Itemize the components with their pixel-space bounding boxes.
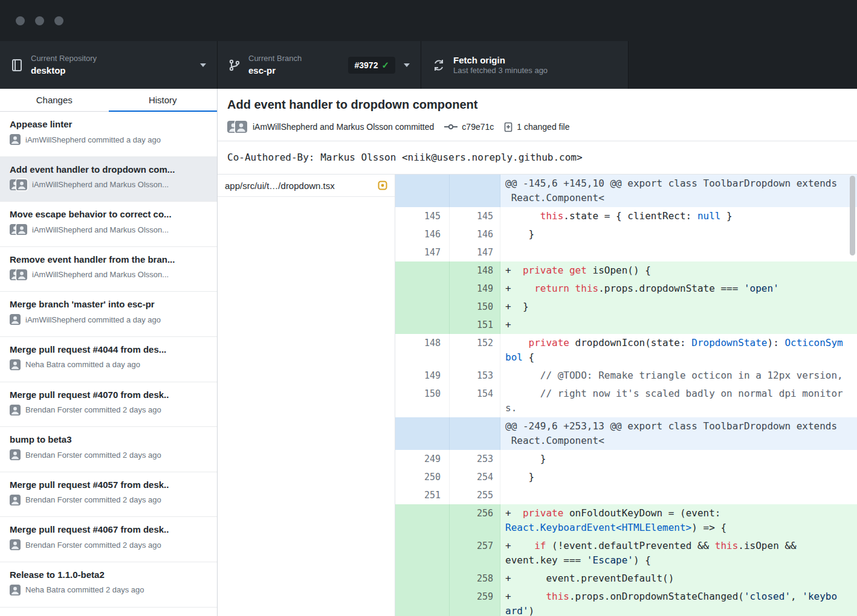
commit-item[interactable]: Add event handler to dropdown com... iAm… [0,157,217,202]
commit-item[interactable]: Move escape behavior to correct co... iA… [0,202,217,247]
commit-meta: Neha Batra committed a day ago [10,359,209,370]
commit-avatars [227,121,247,133]
avatar-stack [10,314,21,325]
toolbar-repository-button[interactable]: Current Repository desktop [0,41,218,89]
diff-line: 257+ if (!event.defaultPrevented && this… [395,537,857,569]
repository-name: desktop [31,65,97,76]
commit-title-heading: Add event handler to dropdown component [227,97,847,112]
avatar [16,179,27,190]
commit-meta: iAmWillShepherd committed a day ago [10,314,209,325]
commit-item[interactable]: Release to 1.1.0-beta2 Neha Batra commit… [0,562,217,608]
commit-description: Co-Authored-By: Markus Olsson <niik@user… [218,141,857,175]
diff-rows: @@ -145,6 +145,10 @@ export class Toolba… [395,175,857,616]
toolbar-branch-button[interactable]: Current Branch esc-pr #3972 ✓ [218,41,421,89]
diff-line: 259+ this.props.onDropdownStateChanged('… [395,588,857,616]
avatar [10,585,21,595]
commit-meta-text: Neha Batra committed 2 days ago [25,585,144,594]
commit-meta: iAmWillShepherd and Markus Olsson... [10,179,209,190]
pr-status-badge: #3972 ✓ [348,57,395,74]
commit-meta-text: iAmWillShepherd committed a day ago [25,315,161,324]
diff-line: 256+ private onFoldoutKeyDown = (event: … [395,504,857,537]
commit-title: Merge pull request #4044 from des... [10,344,209,355]
avatar-stack [10,495,21,505]
diff-line: 145145 this.state = { clientRect: null } [395,207,857,225]
commit-detail: Add event handler to dropdown component … [218,89,857,616]
changed-file-icon [503,122,513,132]
changed-files-label: 1 changed file [517,122,569,132]
commit-item[interactable]: Appease linter iAmWillShepherd committed… [0,112,217,157]
avatar-stack [10,359,21,370]
commit-title: Remove event handler from the bran... [10,254,209,265]
avatar [10,134,21,145]
commit-meta-row: iAmWillShepherd and Markus Olsson commit… [227,118,847,136]
diff-line: 147147 [395,243,857,261]
commit-meta: Brendan Forster committed 2 days ago [10,539,209,550]
zoom-button[interactable] [54,16,63,25]
chevron-down-icon [200,63,206,67]
diff-line: 149153 // @TODO: Remake triangle octicon… [395,367,857,385]
avatar [235,121,247,133]
commit-meta-text: Brendan Forster committed 2 days ago [25,451,161,460]
commit-item[interactable]: Merge pull request #4044 from des... Neh… [0,337,217,382]
modified-status-icon [378,181,387,190]
diff-line: 251255 [395,486,857,504]
committers-label: iAmWillShepherd and Markus Olsson commit… [253,122,434,132]
minimize-button[interactable] [35,16,44,25]
avatar [16,269,27,280]
commit-meta-text: Neha Batra committed a day ago [25,360,140,369]
scrollbar-thumb[interactable] [850,176,855,255]
commit-summary-header: Add event handler to dropdown component … [218,89,857,141]
file-path: app/src/ui/t…/dropdown.tsx [225,181,335,191]
diff-line: 146146 } [395,225,857,243]
diff-line: 250254 } [395,468,857,486]
ci-check-icon: ✓ [381,60,389,71]
avatar-stack [10,405,21,415]
commit-item[interactable]: bump to beta3 Brendan Forster committed … [0,427,217,472]
toolbar-fetch-button[interactable]: Fetch origin Last fetched 3 minutes ago [421,41,629,89]
commit-meta-text: iAmWillShepherd and Markus Olsson... [32,270,169,279]
toolbar-spacer [629,41,857,89]
diff-line: 148+ private get isOpen() { [395,261,857,280]
avatar-stack [10,179,27,190]
avatar-stack [10,585,21,595]
diff-line: 249253 } [395,450,857,468]
diff-line: 151+ [395,316,857,334]
avatar [16,224,27,235]
sidebar-tabs: Changes History [0,89,217,112]
commit-item[interactable]: Merge pull request #4067 from desk.. Bre… [0,517,217,562]
close-button[interactable] [16,16,25,25]
commit-meta: iAmWillShepherd and Markus Olsson... [10,224,209,235]
fetch-origin-label: Fetch origin [453,54,548,66]
commit-title: Merge branch 'master' into esc-pr [10,299,209,309]
avatar [10,449,21,460]
toolbar: Current Repository desktop Current Branc… [0,41,857,89]
avatar [10,495,21,505]
diff-view: @@ -145,6 +145,10 @@ export class Toolba… [395,175,857,616]
commit-title: Merge pull request #4067 from desk.. [10,524,209,534]
tab-changes[interactable]: Changes [0,89,109,112]
diff-line: 150154 // right now it's scaled badly on… [395,385,857,417]
avatar [10,405,21,415]
avatar [10,359,21,370]
commit-title: Merge pull request #4057 from desk.. [10,480,209,490]
avatar-stack [10,449,21,460]
commit-meta-text: iAmWillShepherd and Markus Olsson... [32,180,169,189]
commit-meta: Brendan Forster committed 2 days ago [10,449,209,460]
diff-line: 148152 private dropdownIcon(state: Dropd… [395,334,857,367]
commit-item[interactable]: Merge pull request #4070 from desk.. Bre… [0,382,217,428]
sync-icon [432,59,445,72]
diff-line: 149+ return this.props.dropdownState ===… [395,280,857,298]
commit-item[interactable]: Merge branch 'master' into esc-pr iAmWil… [0,292,217,337]
commit-item[interactable]: Merge pull request #4057 from desk.. Bre… [0,472,217,518]
commit-item[interactable]: Merge pull request #4072 from des... [0,608,217,616]
commit-item[interactable]: Remove event handler from the bran... iA… [0,247,217,292]
file-item[interactable]: app/src/ui/t…/dropdown.tsx [218,175,395,197]
tab-history[interactable]: History [109,89,218,112]
commit-title: Move escape behavior to correct co... [10,209,209,219]
current-branch-label: Current Branch [248,54,302,63]
commit-sha: c79e71c [462,122,494,132]
diff-hunk-header: @@ -249,6 +253,13 @@ export class Toolba… [395,417,857,450]
commit-meta: Brendan Forster committed 2 days ago [10,495,209,505]
chevron-down-icon [404,63,410,67]
pr-number: #3972 [354,60,378,70]
